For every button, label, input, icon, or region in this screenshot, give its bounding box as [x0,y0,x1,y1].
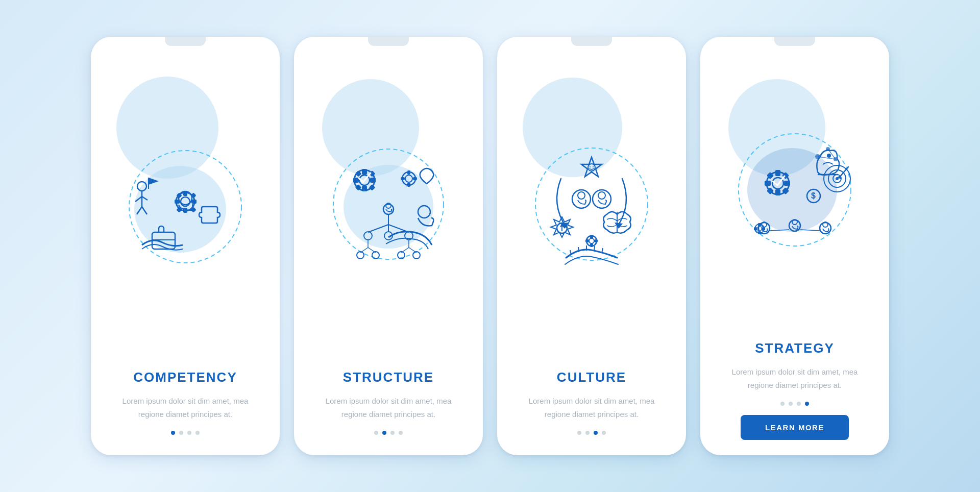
dot-1 [577,431,581,435]
strategy-desc: Lorem ipsum dolor sit dim amet, mea regi… [700,365,889,391]
svg-rect-92 [775,170,780,176]
svg-point-69 [578,192,585,199]
learn-more-button[interactable]: LEARN MORE [741,415,849,440]
svg-rect-84 [585,239,589,242]
dot-2 [789,402,793,406]
svg-rect-37 [407,170,410,175]
dot-3 [187,431,191,435]
strategy-dots [780,402,809,406]
dot-4 [805,402,809,406]
svg-point-62 [588,164,595,171]
structure-title: STRUCTURE [343,370,434,385]
svg-point-58 [372,252,379,259]
svg-rect-82 [590,235,593,238]
dot-4 [399,431,403,435]
svg-rect-124 [758,223,761,226]
svg-line-121 [800,230,820,231]
svg-rect-30 [370,178,376,183]
phone-card-strategy: $ [700,37,889,455]
svg-rect-125 [758,231,761,234]
svg-point-60 [413,252,420,259]
svg-line-111 [818,149,828,157]
svg-point-64 [593,166,594,167]
svg-rect-94 [765,181,771,186]
phone-card-structure: STRUCTURE Lorem ipsum dolor sit dim amet… [294,37,483,455]
svg-point-63 [590,166,591,167]
svg-point-118 [820,223,831,234]
dot-3 [594,431,598,435]
svg-rect-29 [353,178,359,183]
illustration-strategy: $ [700,51,889,338]
svg-point-81 [589,238,594,243]
competency-dots [171,431,200,435]
dot-4 [602,431,606,435]
phone-notch [774,37,815,46]
svg-point-88 [827,154,831,158]
svg-rect-40 [413,177,417,180]
phone-notch [368,37,409,46]
svg-rect-127 [762,227,765,230]
competency-desc: Lorem ipsum dolor sit dim amet, mea regi… [91,395,280,421]
svg-rect-126 [754,227,757,230]
svg-point-57 [357,252,364,259]
svg-rect-93 [775,189,780,195]
svg-text:$: $ [811,191,816,200]
svg-rect-83 [590,243,593,247]
culture-title: CULTURE [557,370,626,385]
svg-rect-27 [362,169,367,175]
svg-rect-38 [407,183,410,187]
dot-2 [585,431,590,435]
dot-4 [195,431,200,435]
culture-desc: Lorem ipsum dolor sit dim amet, mea regi… [497,395,686,421]
phone-card-culture: CULTURE Lorem ipsum dolor sit dim amet, … [497,37,686,455]
svg-rect-39 [401,177,405,180]
illustration-structure [294,51,483,367]
competency-title: COMPETENCY [133,370,237,385]
dot-3 [390,431,395,435]
dot-2 [179,431,183,435]
illustration-culture [497,51,686,367]
phone-notch [571,37,612,46]
svg-rect-28 [362,186,367,191]
svg-rect-95 [784,181,790,186]
svg-line-76 [578,247,579,252]
strategy-title: STRATEGY [755,340,835,356]
dot-2 [382,431,386,435]
svg-point-87 [747,148,837,232]
phone-card-competency: COMPETENCY Lorem ipsum dolor sit dim ame… [91,37,280,455]
svg-point-70 [598,192,605,199]
svg-line-78 [594,246,595,251]
structure-dots [374,431,403,435]
svg-rect-85 [594,239,598,242]
dot-1 [171,431,175,435]
dot-1 [374,431,378,435]
structure-desc: Lorem ipsum dolor sit dim amet, mea regi… [294,395,483,421]
culture-dots [577,431,606,435]
dot-1 [780,402,785,406]
dot-3 [797,402,801,406]
phone-notch [165,37,206,46]
phones-container: COMPETENCY Lorem ipsum dolor sit dim ame… [91,37,889,455]
illustration-competency [91,51,280,367]
